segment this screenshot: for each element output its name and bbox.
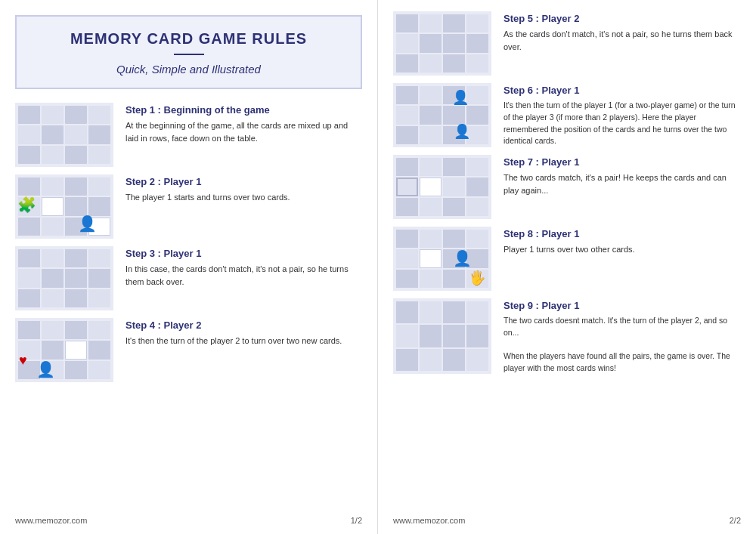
step-4-title: Step 4 : Player 2: [125, 319, 362, 331]
person-icon-step6b: 👤: [454, 123, 470, 140]
left-website: www.memozor.com: [15, 516, 87, 525]
right-footer: www.memozor.com 2/2: [378, 516, 756, 525]
step-3-content: Step 3 : Player 1 In this case, the card…: [125, 246, 362, 288]
step-9-content: Step 9 : Player 1 The two cards doesnt m…: [503, 298, 741, 375]
left-page-num: 1/2: [351, 516, 362, 525]
step-5-row: Step 5 : Player 2 As the cards don't mat…: [393, 11, 741, 76]
left-footer: www.memozor.com 1/2: [0, 516, 377, 525]
header-box: MEMORY CARD GAME RULES Quick, Simple and…: [15, 15, 362, 89]
step-4-content: Step 4 : Player 2 It's then the turn of …: [125, 318, 362, 347]
step-1-row: Step 1 : Beginning of the game At the be…: [15, 103, 362, 167]
main-title: MEMORY CARD GAME RULES: [32, 30, 345, 48]
person-icon-step6a: 👤: [452, 89, 469, 106]
step-3-title: Step 3 : Player 1: [125, 248, 362, 259]
step-2-image: 🧩 👤: [15, 174, 113, 239]
step-4-row: ♥ 👤 Step 4 : Player 2 It's then the turn…: [15, 318, 362, 382]
step-5-image: [393, 11, 491, 76]
step-5-content: Step 5 : Player 2 As the cards don't mat…: [503, 11, 741, 53]
step-4-image: ♥ 👤: [15, 318, 113, 382]
step-1-title: Step 1 : Beginning of the game: [125, 104, 362, 116]
step-6-row: 👤 👤 Step 6 : Player 1 It's then the turn…: [393, 83, 741, 147]
header-divider: [174, 54, 204, 55]
step-8-desc: Player 1 turns over two other cards.: [503, 243, 741, 256]
step-5-desc: As the cards don't match, it's not a pai…: [503, 28, 741, 53]
step-1-content: Step 1 : Beginning of the game At the be…: [125, 103, 362, 144]
step-6-content: Step 6 : Player 1 It's then the turn of …: [503, 83, 741, 147]
right-page: Step 5 : Player 2 As the cards don't mat…: [378, 0, 756, 534]
right-page-num: 2/2: [730, 516, 741, 525]
step-7-row: Step 7 : Player 1 The two cards match, i…: [393, 155, 741, 219]
step-9-row: Step 9 : Player 1 The two cards doesnt m…: [393, 298, 741, 375]
step-2-title: Step 2 : Player 1: [125, 176, 362, 187]
step-9-image: [393, 298, 491, 374]
step-7-desc: The two cards match, it's a pair! He kee…: [503, 171, 741, 196]
step-8-content: Step 8 : Player 1 Player 1 turns over tw…: [503, 227, 741, 256]
right-website: www.memozor.com: [393, 516, 465, 525]
step-2-row: 🧩 👤 Step 2 : Player 1 The player 1 start…: [15, 174, 362, 239]
step-2-content: Step 2 : Player 1 The player 1 starts an…: [125, 174, 362, 204]
step-7-title: Step 7 : Player 1: [503, 156, 741, 168]
puzzle-icon: 🧩: [17, 196, 36, 214]
step-9-desc: The two cards doesnt match. It's the tur…: [503, 315, 741, 375]
step-6-title: Step 6 : Player 1: [503, 85, 741, 96]
step-3-row: Step 3 : Player 1 In this case, the card…: [15, 246, 362, 310]
step-8-title: Step 8 : Player 1: [503, 228, 741, 239]
person-icon-step8-red: 👤: [453, 249, 472, 267]
step-7-image: [393, 155, 491, 219]
step-7-content: Step 7 : Player 1 The two cards match, i…: [503, 155, 741, 196]
step-1-image: [15, 103, 113, 167]
person-icon-step2: 👤: [78, 215, 97, 233]
step-8-row: 👤 🖐 Step 8 : Player 1 Player 1 turns ove…: [393, 227, 741, 291]
step-8-image: 👤 🖐: [393, 227, 491, 291]
step-3-image: [15, 246, 113, 310]
person-icon-step4: 👤: [36, 360, 55, 378]
main-subtitle: Quick, Simple and Illustrated: [32, 63, 345, 76]
step-1-desc: At the beginning of the game, all the ca…: [125, 119, 362, 144]
hand-icon-step8: 🖐: [469, 270, 485, 286]
step-6-desc: It's then the turn of the player 1 (for …: [503, 100, 741, 147]
step-4-desc: It's then the turn of the player 2 to tu…: [125, 335, 362, 347]
step-6-image: 👤 👤: [393, 83, 491, 147]
step-9-title: Step 9 : Player 1: [503, 300, 741, 311]
left-page: MEMORY CARD GAME RULES Quick, Simple and…: [0, 0, 378, 534]
step-2-desc: The player 1 starts and turns over two c…: [125, 191, 362, 204]
step-5-title: Step 5 : Player 2: [503, 13, 741, 24]
heart-icon: ♥: [19, 353, 27, 369]
step-3-desc: In this case, the cards don't match, it'…: [125, 263, 362, 288]
